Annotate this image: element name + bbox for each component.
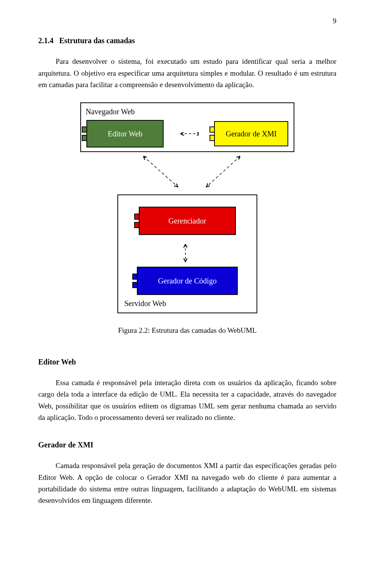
arrow-editor-xmi-icon [179, 128, 199, 139]
codegen-component: Gerador de Código [137, 267, 238, 295]
browser-label: Navegador Web [84, 105, 291, 120]
svg-line-1 [143, 156, 178, 187]
section-number: 2.1.4 [38, 36, 54, 45]
section-title: Estrutura das camadas [59, 36, 135, 45]
subsection-xmi-paragraph: Camada responsável pela geração de docum… [38, 460, 336, 507]
subsection-xmi-heading: Gerador de XMI [38, 439, 336, 451]
section-heading: 2.1.4 Estrutura das camadas [38, 34, 336, 47]
editor-web-label: Editor Web [108, 128, 143, 140]
server-label: Servidor Web [124, 295, 250, 309]
subsection-editor-paragraph: Essa camada é responsável pela interação… [38, 377, 336, 424]
figure-caption: Figura 2.2: Estrutura das camadas do Web… [38, 325, 336, 336]
svg-line-2 [206, 156, 240, 187]
editor-web-component: Editor Web [86, 120, 164, 147]
manager-label: Gerenciador [169, 215, 206, 227]
arrow-manager-codegen-icon [124, 243, 250, 263]
server-frame: Gerenciador Gerador de Código Servidor W… [117, 194, 257, 313]
codegen-label: Gerador de Código [158, 275, 216, 287]
page-number: 9 [38, 15, 336, 27]
manager-component: Gerenciador [139, 207, 236, 235]
subsection-editor-heading: Editor Web [38, 356, 336, 368]
intro-paragraph: Para desenvolver o sistema, foi executad… [38, 56, 336, 91]
browser-frame: Navegador Web Editor Web [80, 102, 294, 152]
figure: Navegador Web Editor Web [38, 102, 336, 337]
xmi-generator-label: Gerador de XMI [226, 128, 276, 140]
xmi-generator-component: Gerador de XMI [214, 121, 288, 146]
arrow-top-to-manager-icon [80, 154, 294, 189]
